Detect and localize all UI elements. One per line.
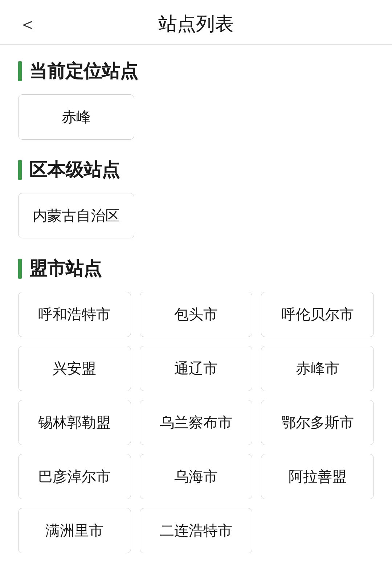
- regional-grid: 内蒙古自治区: [18, 193, 374, 238]
- station-btn-ulanqab[interactable]: 乌兰察布市: [140, 400, 253, 445]
- league-row-3: 锡林郭勒盟 乌兰察布市 鄂尔多斯市: [18, 400, 374, 445]
- section-current-location-header: 当前定位站点: [18, 59, 374, 83]
- section-title-league: 盟市站点: [29, 257, 102, 281]
- station-btn-hulunbuir[interactable]: 呼伦贝尔市: [261, 292, 374, 337]
- league-row-4: 巴彦淖尔市 乌海市 阿拉善盟: [18, 454, 374, 499]
- current-location-grid: 赤峰: [18, 94, 374, 140]
- station-btn-ordos[interactable]: 鄂尔多斯市: [261, 400, 374, 445]
- league-row-1: 呼和浩特市 包头市 呼伦贝尔市: [18, 292, 374, 337]
- section-bar-regional: [18, 160, 22, 180]
- station-btn-wuhai[interactable]: 乌海市: [140, 454, 253, 499]
- section-title-current: 当前定位站点: [29, 59, 138, 83]
- section-bar-current: [18, 61, 22, 81]
- station-btn-xilingol[interactable]: 锡林郭勒盟: [18, 400, 131, 445]
- station-btn-xingan[interactable]: 兴安盟: [18, 346, 131, 391]
- page-title: 站点列表: [158, 11, 234, 37]
- section-current-location: 当前定位站点 赤峰: [18, 59, 374, 140]
- section-bar-league: [18, 259, 22, 279]
- league-row-2: 兴安盟 通辽市 赤峰市: [18, 346, 374, 391]
- station-btn-baotou[interactable]: 包头市: [140, 292, 253, 337]
- station-btn-chifeng-city[interactable]: 赤峰市: [261, 346, 374, 391]
- section-regional-header: 区本级站点: [18, 158, 374, 182]
- main-content: 当前定位站点 赤峰 区本级站点 内蒙古自治区 盟市站点 呼和浩特市: [0, 45, 392, 570]
- station-btn-chifeng-current[interactable]: 赤峰: [18, 94, 134, 140]
- station-btn-alxa[interactable]: 阿拉善盟: [261, 454, 374, 499]
- section-title-regional: 区本级站点: [29, 158, 120, 182]
- page-header: ＜ 站点列表: [0, 0, 392, 45]
- section-league-city-header: 盟市站点: [18, 257, 374, 281]
- station-btn-tongliao[interactable]: 通辽市: [140, 346, 253, 391]
- station-btn-inner-mongolia[interactable]: 内蒙古自治区: [18, 193, 134, 238]
- league-row-5: 满洲里市 二连浩特市: [18, 508, 374, 553]
- station-btn-hohhot[interactable]: 呼和浩特市: [18, 292, 131, 337]
- back-button[interactable]: ＜: [18, 15, 37, 33]
- station-btn-bayannur[interactable]: 巴彦淖尔市: [18, 454, 131, 499]
- section-league-city: 盟市站点 呼和浩特市 包头市 呼伦贝尔市 兴安盟 通辽市 赤峰市: [18, 257, 374, 553]
- section-regional: 区本级站点 内蒙古自治区: [18, 158, 374, 238]
- station-btn-erlianhaote[interactable]: 二连浩特市: [140, 508, 253, 553]
- station-btn-manzhouli[interactable]: 满洲里市: [18, 508, 131, 553]
